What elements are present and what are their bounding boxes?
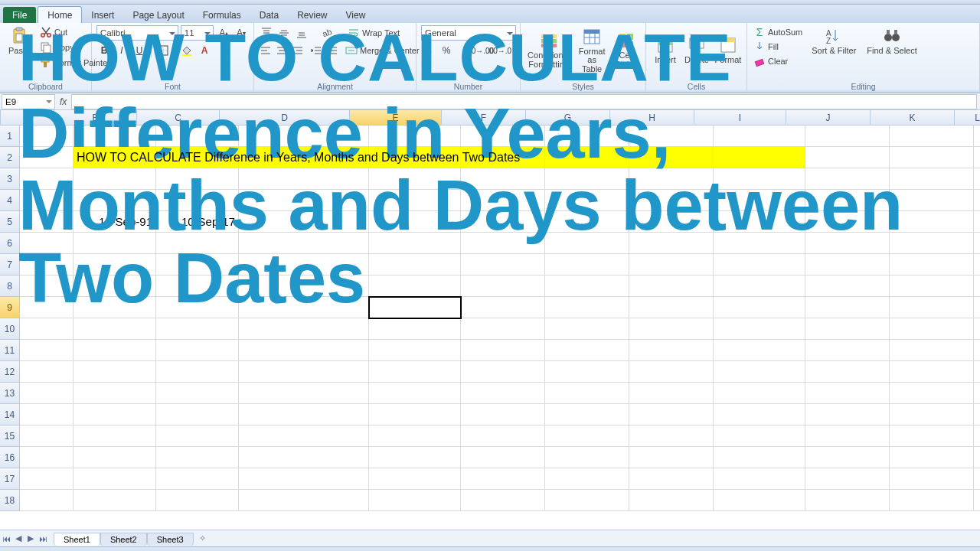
cell-G18[interactable] (545, 490, 629, 511)
cell-H2[interactable] (629, 147, 714, 168)
cell-F13[interactable] (461, 383, 545, 404)
cell-D4[interactable] (239, 190, 369, 211)
cell-E7[interactable] (369, 254, 461, 276)
cell-F9[interactable] (461, 297, 545, 318)
cell-D10[interactable] (239, 318, 369, 340)
row-header-3[interactable]: 3 (0, 168, 20, 190)
cell-K10[interactable] (890, 318, 974, 340)
cell-A14[interactable] (20, 404, 74, 425)
format-as-table-button[interactable]: Format as Table (574, 26, 609, 76)
row-header-14[interactable]: 14 (0, 404, 20, 425)
cell-L16[interactable] (974, 447, 980, 468)
tab-home[interactable]: Home (38, 6, 82, 23)
cell-D1[interactable] (239, 126, 369, 147)
wrap-text-button[interactable]: Wrap Text (346, 26, 401, 40)
cell-B17[interactable] (74, 468, 156, 490)
cell-B8[interactable] (74, 276, 156, 297)
find-select-button[interactable]: Find & Select (864, 25, 920, 57)
cell-F4[interactable] (461, 190, 545, 211)
sheet-tab-3[interactable]: Sheet3 (147, 533, 194, 546)
cell-D9[interactable] (239, 297, 369, 318)
cell-H15[interactable] (629, 425, 714, 447)
align-right-button[interactable] (291, 43, 305, 58)
cell-J18[interactable] (805, 490, 890, 511)
cell-C8[interactable] (156, 276, 239, 297)
cell-F15[interactable] (461, 425, 545, 447)
row-header-4[interactable]: 4 (0, 190, 20, 211)
cell-J8[interactable] (805, 276, 890, 297)
cell-A12[interactable] (20, 361, 74, 383)
row-header-1[interactable]: 1 (0, 126, 20, 147)
cell-D5[interactable] (239, 211, 369, 233)
cell-E10[interactable] (369, 318, 461, 340)
cell-D16[interactable] (239, 447, 369, 468)
cell-K18[interactable] (890, 490, 974, 511)
cell-I16[interactable] (714, 447, 805, 468)
cell-C3[interactable] (156, 168, 239, 190)
column-header-I[interactable]: I (694, 110, 786, 126)
font-color-button[interactable]: A (197, 43, 212, 58)
cell-L2[interactable] (974, 147, 980, 168)
cell-G4[interactable] (545, 190, 629, 211)
cell-J17[interactable] (805, 468, 890, 490)
cell-D18[interactable] (239, 490, 369, 511)
cell-D8[interactable] (239, 276, 369, 297)
cell-I1[interactable] (714, 126, 805, 147)
cell-H7[interactable] (629, 254, 714, 276)
sort-filter-button[interactable]: AZ Sort & Filter (808, 25, 859, 57)
accounting-format-button[interactable]: $ (421, 43, 436, 58)
cell-J9[interactable] (805, 297, 890, 318)
cell-G6[interactable] (545, 233, 629, 254)
cell-G5[interactable] (545, 211, 629, 233)
tab-insert[interactable]: Insert (82, 7, 123, 23)
cell-K11[interactable] (890, 340, 974, 361)
cell-J12[interactable] (805, 361, 890, 383)
cell-E12[interactable] (369, 361, 461, 383)
cell-H8[interactable] (629, 276, 714, 297)
cell-C11[interactable] (156, 340, 239, 361)
cell-A13[interactable] (20, 383, 74, 404)
cell-J13[interactable] (805, 383, 890, 404)
row-header-2[interactable]: 2 (0, 147, 20, 168)
cell-L12[interactable] (974, 361, 980, 383)
cell-G11[interactable] (545, 340, 629, 361)
cell-I11[interactable] (714, 340, 805, 361)
cell-C13[interactable] (156, 383, 239, 404)
cell-G13[interactable] (545, 383, 629, 404)
cell-E3[interactable] (369, 168, 461, 190)
decrease-indent-button[interactable] (309, 43, 323, 58)
cell-A4[interactable] (20, 190, 74, 211)
column-header-B[interactable]: B (54, 110, 137, 126)
sheet-tab-2[interactable]: Sheet2 (100, 533, 147, 546)
tab-view[interactable]: View (337, 7, 375, 23)
cell-B6[interactable] (74, 233, 156, 254)
tab-pagelayout[interactable]: Page Layout (123, 7, 193, 23)
increase-indent-button[interactable] (325, 43, 339, 58)
cell-D13[interactable] (239, 383, 369, 404)
cell-J2[interactable] (805, 147, 890, 168)
cell-B4[interactable] (74, 190, 156, 211)
insert-cells-button[interactable]: Insert (651, 34, 680, 67)
tab-formulas[interactable]: Formulas (194, 7, 250, 23)
cell-F3[interactable] (461, 168, 545, 190)
cell-K7[interactable] (890, 254, 974, 276)
decrease-decimal-button[interactable]: .00→.0 (492, 43, 507, 58)
cell-C4[interactable] (156, 190, 239, 211)
cell-H14[interactable] (629, 404, 714, 425)
percent-format-button[interactable]: % (439, 43, 454, 58)
column-header-H[interactable]: H (610, 110, 694, 126)
cell-A3[interactable] (20, 168, 74, 190)
cell-C16[interactable] (156, 447, 239, 468)
cell-C9[interactable] (156, 297, 239, 318)
cell-H4[interactable] (629, 190, 714, 211)
cell-I7[interactable] (714, 254, 805, 276)
cell-K16[interactable] (890, 447, 974, 468)
cell-B9[interactable] (74, 297, 156, 318)
cell-A8[interactable] (20, 276, 74, 297)
increase-font-button[interactable]: A▴ (216, 25, 231, 41)
row-header-15[interactable]: 15 (0, 425, 20, 447)
cell-H10[interactable] (629, 318, 714, 340)
cell-L10[interactable] (974, 318, 980, 340)
cell-B10[interactable] (74, 318, 156, 340)
cell-I3[interactable] (714, 168, 805, 190)
